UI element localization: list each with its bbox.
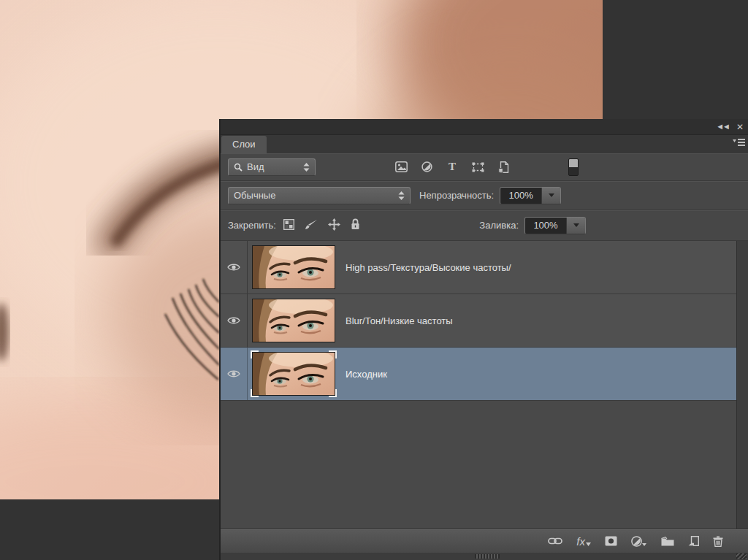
filter-pixel-layers-icon[interactable] (394, 161, 408, 174)
layer-thumbnail[interactable] (252, 245, 335, 289)
panel-bottom-bar: fx (221, 529, 748, 553)
layer-name[interactable]: High pass/Текстура/Высокие частоты/ (346, 262, 511, 273)
layer-thumbnail[interactable] (252, 299, 335, 342)
layer-style-fx-icon[interactable]: fx (576, 535, 591, 548)
lock-all-icon[interactable] (351, 218, 360, 232)
eye-icon (227, 263, 240, 272)
visibility-toggle[interactable] (221, 241, 248, 294)
new-adjustment-layer-icon[interactable] (631, 536, 647, 547)
panel-menu-icon[interactable] (733, 138, 745, 149)
updown-arrows-icon (398, 191, 405, 200)
layer-name[interactable]: Blur/Тон/Низкие частоты (346, 315, 453, 326)
filter-kind-select[interactable]: Вид (228, 158, 316, 176)
lock-transparency-icon[interactable] (283, 219, 294, 232)
layer-row-source[interactable]: Исходник (221, 348, 737, 401)
visibility-toggle[interactable] (221, 348, 248, 400)
opacity-control: 100% (500, 187, 561, 204)
filter-row: Вид T (221, 153, 748, 181)
add-layer-mask-icon[interactable] (605, 536, 617, 546)
caret-down-icon (573, 223, 579, 227)
fill-control: 100% (524, 217, 586, 234)
caret-down-icon (549, 193, 554, 197)
opacity-label: Непрозрачность: (419, 190, 494, 201)
fill-label: Заливка: (479, 220, 519, 231)
panel-bottom-edge (221, 553, 748, 560)
collapse-panel-icon[interactable]: ◄◄ (716, 123, 729, 131)
fill-dropdown-button[interactable] (566, 218, 585, 234)
updown-arrows-icon (303, 163, 310, 172)
resize-grip-icon[interactable] (475, 554, 500, 559)
search-icon (234, 163, 243, 172)
delete-layer-icon[interactable] (713, 536, 723, 547)
layer-name[interactable]: Исходник (346, 369, 387, 380)
filter-adjustment-layers-icon[interactable] (420, 161, 433, 174)
photoshop-workspace: ◄◄ ✕ Слои Вид (0, 0, 748, 560)
layers-list: High pass/Текстура/Высокие частоты/ Blur… (221, 241, 737, 401)
eye-icon (227, 369, 240, 378)
scrollbar-track[interactable] (736, 241, 748, 529)
fill-value[interactable]: 100% (525, 218, 566, 234)
layer-row-high-pass[interactable]: High pass/Текстура/Высокие частоты/ (221, 241, 737, 294)
lock-icons (283, 218, 360, 233)
link-layers-icon[interactable] (548, 537, 562, 545)
layer-filtering-toggle[interactable] (568, 158, 579, 176)
blend-mode-select[interactable]: Обычные (228, 187, 411, 204)
lock-position-icon[interactable] (328, 218, 340, 233)
close-panel-icon[interactable]: ✕ (736, 123, 744, 131)
filter-kind-value: Вид (247, 161, 264, 172)
layer-row-blur[interactable]: Blur/Тон/Низкие частоты (221, 294, 737, 348)
eye-icon (227, 316, 240, 325)
new-group-icon[interactable] (661, 537, 674, 546)
layers-empty-area (221, 401, 737, 529)
panel-titlebar: ◄◄ ✕ (221, 119, 748, 135)
lock-pixels-icon[interactable] (305, 219, 318, 232)
filter-shape-layers-icon[interactable] (471, 161, 484, 174)
panel-tab-bar: Слои (221, 135, 748, 153)
filter-type-icons: T (394, 161, 510, 174)
opacity-value[interactable]: 100% (500, 188, 541, 204)
corner-resize-grip-icon[interactable] (736, 553, 747, 559)
new-layer-icon[interactable] (688, 536, 699, 546)
filter-type-layers-icon[interactable]: T (446, 161, 459, 174)
filter-smart-object-icon[interactable] (497, 161, 510, 174)
tab-layers[interactable]: Слои (221, 136, 267, 153)
layers-panel: ◄◄ ✕ Слои Вид (219, 119, 748, 560)
layer-thumbnail-selected[interactable] (252, 352, 335, 396)
lock-label: Закрепить: (228, 220, 276, 231)
blend-row: Обычные Непрозрачность: 100% (221, 181, 748, 210)
blend-mode-value: Обычные (234, 190, 275, 201)
opacity-dropdown-button[interactable] (541, 188, 560, 204)
visibility-toggle[interactable] (221, 294, 248, 347)
lock-row: Закрепить: Заливка: 100% (221, 210, 748, 241)
